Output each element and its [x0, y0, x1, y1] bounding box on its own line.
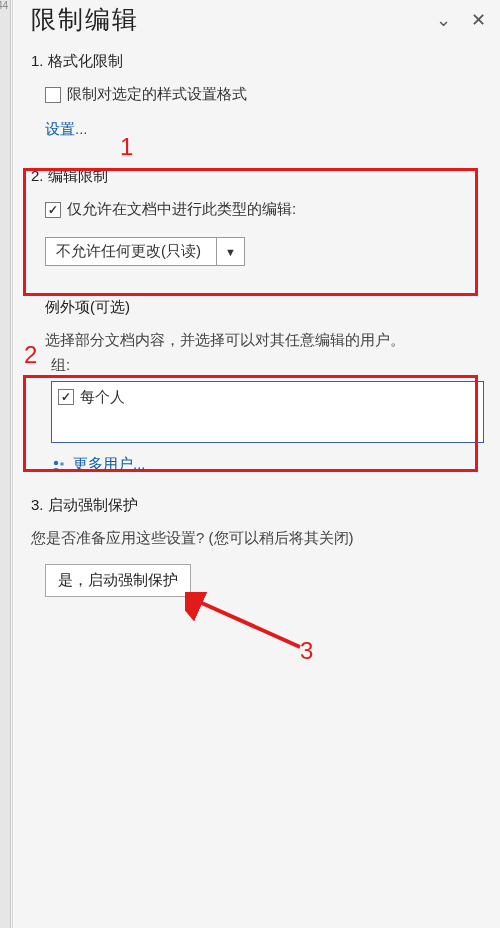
edit-restrict-label: 仅允许在文档中进行此类型的编辑:	[67, 200, 296, 219]
exceptions-description: 选择部分文档内容，并选择可以对其任意编辑的用户。	[45, 331, 496, 350]
ruler-number: 44	[0, 0, 8, 11]
section2-heading: 2. 编辑限制	[31, 167, 496, 186]
restrict-editing-panel: 限制编辑 ⌄ ✕ 1. 格式化限制 限制对选定的样式设置格式 设置... 2. …	[12, 0, 500, 928]
panel-title: 限制编辑	[31, 3, 139, 36]
edit-restrict-checkbox[interactable]	[45, 202, 61, 218]
everyone-label: 每个人	[80, 388, 125, 407]
svg-point-0	[54, 460, 58, 464]
format-restrict-checkbox[interactable]	[45, 87, 61, 103]
more-users-link[interactable]: 更多用户...	[73, 455, 146, 474]
confirm-text: 您是否准备应用这些设置? (您可以稍后将其关闭)	[31, 529, 496, 548]
section3-heading: 3. 启动强制保护	[31, 496, 496, 515]
group-listbox[interactable]: 每个人	[51, 381, 484, 443]
chevron-down-icon: ▼	[216, 238, 244, 265]
collapse-icon[interactable]: ⌄	[436, 9, 451, 31]
svg-point-1	[60, 462, 64, 466]
section1-heading: 1. 格式化限制	[31, 52, 496, 71]
exceptions-heading: 例外项(可选)	[45, 298, 496, 317]
dropdown-selected: 不允许任何更改(只读)	[46, 238, 216, 265]
close-icon[interactable]: ✕	[471, 9, 486, 31]
format-restrict-label: 限制对选定的样式设置格式	[67, 85, 247, 104]
edit-type-dropdown[interactable]: 不允许任何更改(只读) ▼	[45, 237, 245, 266]
group-label: 组:	[51, 356, 496, 375]
people-icon	[51, 459, 67, 471]
settings-link[interactable]: 设置...	[45, 120, 88, 139]
start-enforcement-button[interactable]: 是，启动强制保护	[45, 564, 191, 597]
everyone-checkbox[interactable]	[58, 389, 74, 405]
